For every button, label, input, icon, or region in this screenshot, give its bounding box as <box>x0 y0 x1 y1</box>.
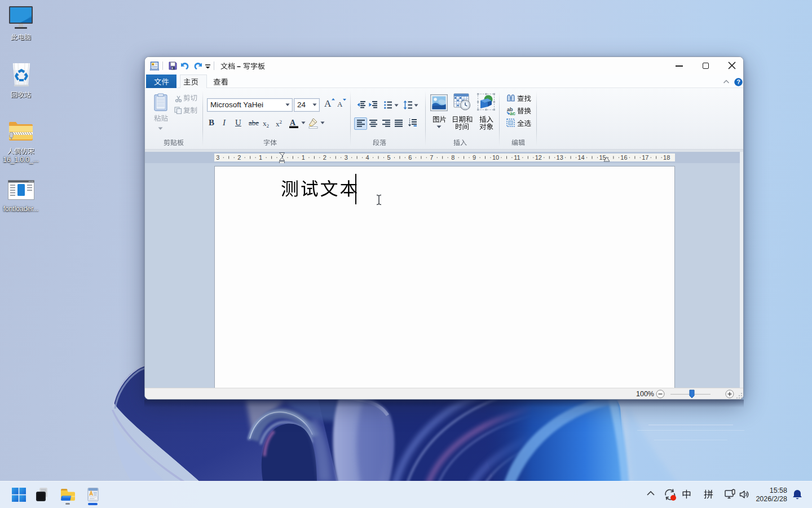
svg-text:13: 13 <box>557 154 563 161</box>
svg-text:3: 3 <box>216 154 219 161</box>
svg-text:7: 7 <box>430 154 433 161</box>
svg-text:1: 1 <box>259 154 262 161</box>
svg-text:8: 8 <box>451 154 454 161</box>
svg-text:17: 17 <box>642 154 648 161</box>
svg-text:A: A <box>324 98 332 108</box>
svg-text:16: 16 <box>620 154 627 161</box>
svg-text:ac: ac <box>510 111 515 116</box>
svg-text:3: 3 <box>345 154 348 161</box>
svg-text:12: 12 <box>535 154 542 161</box>
svg-text:5: 5 <box>387 154 390 161</box>
svg-text:1: 1 <box>302 154 305 161</box>
svg-text:A: A <box>290 119 296 127</box>
svg-text:18: 18 <box>663 154 670 161</box>
svg-text:A: A <box>337 100 343 108</box>
svg-text:4: 4 <box>366 154 369 161</box>
svg-text:?: ? <box>736 78 740 85</box>
svg-text:11: 11 <box>514 154 520 161</box>
svg-text:6: 6 <box>408 154 412 161</box>
svg-text:2: 2 <box>237 154 241 161</box>
svg-text:10: 10 <box>492 154 499 161</box>
svg-text:14: 14 <box>577 154 584 161</box>
svg-text:2: 2 <box>323 154 326 161</box>
svg-text:9: 9 <box>473 154 476 161</box>
